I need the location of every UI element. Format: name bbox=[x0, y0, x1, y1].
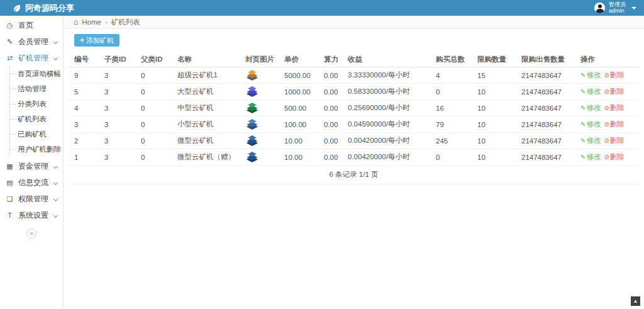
cell-actions: ✎修改⊘删除 bbox=[575, 133, 638, 149]
edit-link[interactable]: ✎修改 bbox=[580, 87, 601, 95]
cell-limit-sell-qty: 2147483647 bbox=[516, 116, 575, 133]
table-header-row: 编号子类ID父类ID名称封页图片单价算力收益购买总数限购数量限购出售数量操作 bbox=[69, 52, 638, 67]
edit-link[interactable]: ✎修改 bbox=[580, 104, 601, 111]
sidebar-item-mining[interactable]: ⇄ 矿机管理 bbox=[0, 50, 63, 66]
cell-name: 微型云矿机（赠） bbox=[172, 149, 240, 166]
table-icon: ▤ bbox=[6, 179, 14, 187]
add-miner-button[interactable]: + 添加矿机 bbox=[74, 34, 119, 47]
cell-limit-sell-qty: 2147483647 bbox=[516, 84, 575, 100]
cell-sub-id: 3 bbox=[99, 149, 136, 166]
cell-price: 10.00 bbox=[279, 149, 319, 166]
cell-parent-id: 0 bbox=[136, 116, 172, 133]
cell-cover-image bbox=[240, 84, 279, 100]
delete-link[interactable]: ⊘删除 bbox=[604, 71, 624, 79]
cell-total-bought: 0 bbox=[431, 84, 472, 100]
cell-name: 微型云矿机 bbox=[172, 133, 240, 149]
column-header-2: 父类ID bbox=[136, 52, 172, 67]
user-meta: 管理员 admin bbox=[609, 2, 626, 14]
sidebar-subitem-user-miner-delete[interactable]: 用户矿机删除 bbox=[10, 142, 63, 157]
sidebar-item-settings[interactable]: T 系统设置 bbox=[0, 207, 63, 223]
miner-table: 编号子类ID父类ID名称封页图片单价算力收益购买总数限购数量限购出售数量操作 9… bbox=[69, 52, 638, 166]
cell-id: 5 bbox=[69, 84, 99, 100]
cell-actions: ✎修改⊘删除 bbox=[575, 116, 638, 133]
table-row: 3 3 0 小型云矿机 100.00 0.00 0.04590000/每小时 7… bbox=[69, 116, 638, 133]
cell-price: 5000.00 bbox=[279, 67, 319, 84]
column-header-6: 算力 bbox=[319, 52, 343, 67]
cell-name: 中型云矿机 bbox=[172, 100, 240, 116]
file-icon: ❏ bbox=[6, 195, 14, 203]
sidebar-item-members[interactable]: ✎ 会员管理 bbox=[0, 33, 63, 50]
cell-id: 2 bbox=[69, 133, 99, 149]
cell-sub-id: 3 bbox=[99, 67, 136, 84]
cell-price: 100.00 bbox=[279, 116, 319, 133]
delete-link[interactable]: ⊘删除 bbox=[604, 104, 624, 111]
delete-link[interactable]: ⊘删除 bbox=[604, 137, 624, 144]
miner-icon-darkblue bbox=[245, 151, 259, 163]
cell-cover-image bbox=[240, 100, 279, 116]
cell-sub-id: 3 bbox=[99, 133, 136, 149]
miner-icon-green bbox=[245, 102, 259, 114]
delete-icon: ⊘ bbox=[604, 88, 609, 95]
cell-parent-id: 0 bbox=[136, 149, 172, 166]
back-to-top-button[interactable]: ▲ bbox=[631, 296, 640, 306]
column-header-1: 子类ID bbox=[99, 52, 136, 67]
cell-actions: ✎修改⊘删除 bbox=[575, 149, 638, 166]
cell-total-bought: 0 bbox=[431, 149, 472, 166]
chevron-down-icon bbox=[53, 180, 58, 184]
delete-icon: ⊘ bbox=[604, 137, 609, 144]
sidebar-subitem-activities[interactable]: 活动管理 bbox=[10, 81, 63, 96]
cell-income: 0.25690000/每小时 bbox=[343, 100, 431, 116]
dashboard-icon: ◷ bbox=[6, 21, 14, 30]
sidebar-item-label: 系统设置 bbox=[18, 210, 48, 221]
content: + 添加矿机 编号子类ID父类ID名称封页图片单价算力收益购买总数限购数量限购出… bbox=[64, 29, 644, 184]
user-menu[interactable]: 管理员 admin bbox=[594, 0, 644, 16]
delete-link[interactable]: ⊘删除 bbox=[604, 120, 624, 128]
delete-icon: ⊘ bbox=[604, 154, 609, 160]
sidebar-item-messages[interactable]: ▤ 信息交流 bbox=[0, 174, 63, 191]
sidebar-subitem-categories[interactable]: 分类列表 bbox=[10, 96, 63, 111]
sidebar-collapse-bar: « bbox=[0, 228, 63, 241]
sidebar-subitem-home-banner[interactable]: 首页滚动横幅 bbox=[10, 66, 63, 81]
edit-square-icon: ✎ bbox=[6, 38, 14, 46]
sidebar-subitem-purchased-miners[interactable]: 已购矿机 bbox=[10, 126, 63, 142]
brand: 阿奇源码分享 bbox=[0, 3, 74, 14]
delete-link[interactable]: ⊘删除 bbox=[604, 87, 624, 95]
cell-actions: ✎修改⊘删除 bbox=[575, 67, 638, 84]
cell-price: 1000.00 bbox=[279, 84, 319, 100]
column-header-11: 操作 bbox=[575, 52, 638, 67]
edit-link[interactable]: ✎修改 bbox=[580, 153, 601, 160]
breadcrumb-current: 矿机列表 bbox=[111, 18, 140, 27]
cell-total-bought: 79 bbox=[431, 116, 472, 133]
chevron-down-icon bbox=[53, 213, 58, 217]
sidebar-item-permissions[interactable]: ❏ 权限管理 bbox=[0, 191, 63, 207]
sidebar-collapse-button[interactable]: « bbox=[26, 228, 36, 239]
home-icon: ⌂ bbox=[74, 18, 78, 26]
cell-power: 0.00 bbox=[319, 67, 343, 84]
breadcrumb-home[interactable]: Home bbox=[82, 18, 101, 26]
pencil-icon: ✎ bbox=[580, 121, 586, 128]
table-row: 1 3 0 微型云矿机（赠） 10.00 0.00 0.00420000/每小时… bbox=[69, 149, 638, 166]
sidebar-item-label: 首页 bbox=[18, 20, 33, 31]
chevron-down-icon bbox=[53, 196, 58, 201]
cell-limit-sell-qty: 2147483647 bbox=[516, 67, 575, 84]
cell-cover-image bbox=[240, 149, 279, 166]
plus-icon: + bbox=[80, 36, 84, 45]
delete-link[interactable]: ⊘删除 bbox=[604, 153, 624, 160]
sidebar-item-home[interactable]: ◷ 首页 bbox=[0, 17, 63, 33]
cell-parent-id: 0 bbox=[136, 133, 172, 149]
edit-link[interactable]: ✎修改 bbox=[580, 71, 601, 79]
edit-link[interactable]: ✎修改 bbox=[580, 120, 601, 128]
delete-icon: ⊘ bbox=[604, 72, 609, 79]
cell-limit-sell-qty: 2147483647 bbox=[516, 133, 575, 149]
top-navbar: 阿奇源码分享 管理员 admin bbox=[0, 0, 644, 16]
table-row: 4 3 0 中型云矿机 500.00 0.00 0.25690000/每小时 1… bbox=[69, 100, 638, 116]
sidebar-item-funds[interactable]: ▦ 资金管理 bbox=[0, 158, 63, 174]
cell-cover-image bbox=[240, 116, 279, 133]
cell-income: 0.58330000/每小时 bbox=[343, 84, 431, 100]
cell-parent-id: 0 bbox=[136, 100, 172, 116]
edit-link[interactable]: ✎修改 bbox=[580, 137, 601, 144]
sidebar-item-label: 会员管理 bbox=[18, 37, 48, 47]
cell-price: 10.00 bbox=[279, 133, 319, 149]
cell-limit-qty: 10 bbox=[472, 84, 516, 100]
sidebar-subitem-mining-list[interactable]: 矿机列表 bbox=[10, 111, 63, 126]
